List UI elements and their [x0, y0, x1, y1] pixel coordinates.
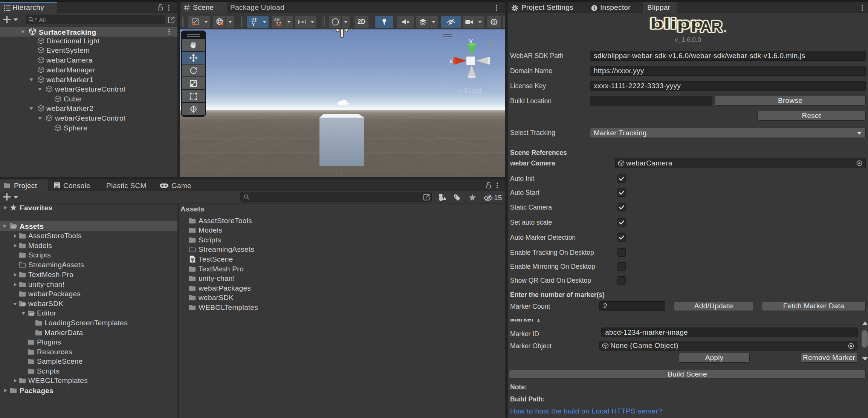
svg-text:x: x	[449, 57, 453, 65]
svg-text:< Front: < Front	[458, 87, 482, 95]
svg-text:blipp: blipp	[650, 15, 704, 31]
svg-text:AR: AR	[700, 18, 722, 35]
